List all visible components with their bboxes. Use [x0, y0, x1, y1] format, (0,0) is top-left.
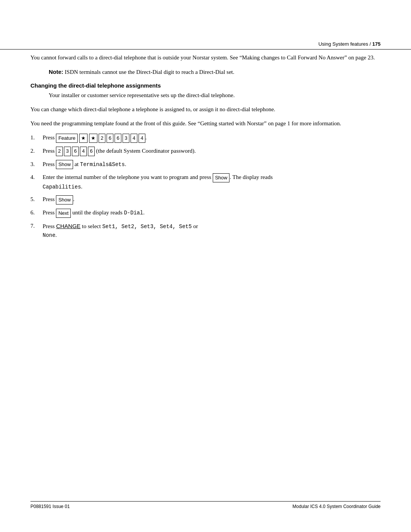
key-2: 2: [99, 134, 105, 143]
step-3-content: Press Show at Terminals&Sets.: [43, 160, 381, 169]
main-content: You cannot forward calls to a direct-dia…: [30, 53, 381, 244]
terminals-sets-display: Terminals&Sets: [80, 161, 125, 168]
step-7-num: 7.: [30, 222, 43, 230]
show-key-3: Show: [56, 160, 73, 169]
step-5: 5. Press Show.: [30, 195, 381, 204]
key-6d: 6: [88, 147, 94, 156]
key-4c: 4: [80, 147, 86, 156]
step-1-num: 1.: [30, 133, 43, 142]
show-key-4: Show: [213, 173, 230, 182]
step-7-content: Press CHANGE to select Set1, Set2, Set3,…: [43, 222, 381, 240]
step-4: 4. Enter the internal number of the tele…: [30, 173, 381, 191]
key-4a: 4: [131, 134, 137, 143]
step-1-content: Press Feature ★ ★ 2 6 6 3 4 4.: [43, 133, 381, 143]
note-paragraph: Note: ISDN terminals cannot use the Dire…: [30, 67, 381, 77]
change-label: CHANGE: [56, 223, 80, 229]
header-text: Using System features / 175: [30, 41, 381, 47]
key-star-2: ★: [89, 134, 97, 143]
key-2a: 2: [56, 147, 62, 156]
step-5-num: 5.: [30, 195, 43, 204]
key-3a: 3: [64, 147, 70, 156]
page-header: Using System features / 175: [0, 41, 411, 50]
footer-right: Modular ICS 4.0 System Coordinator Guide: [293, 504, 381, 509]
header-page-number: 175: [372, 41, 381, 47]
key-6b: 6: [115, 134, 121, 143]
step-3: 3. Press Show at Terminals&Sets.: [30, 160, 381, 169]
section-para-1: Your installer or customer service repre…: [30, 91, 381, 100]
d-dial-display: D-Dial: [124, 210, 143, 216]
show-key-5: Show: [56, 195, 73, 204]
section-heading: Changing the direct-dial telephone assig…: [30, 82, 381, 89]
key-4b: 4: [139, 134, 145, 143]
step-7: 7. Press CHANGE to select Set1, Set2, Se…: [30, 222, 381, 240]
step-6-num: 6.: [30, 208, 43, 217]
next-key: Next: [56, 209, 71, 218]
step-2-content: Press 2 3 6 4 6 (the default System Coor…: [43, 147, 381, 156]
section-para-2: You can change which direct-dial telepho…: [30, 105, 381, 114]
capabilities-display: Capabilities: [43, 184, 81, 190]
step-6-content: Press Next until the display reads D-Dia…: [43, 208, 381, 218]
header-section-label: Using System features /: [319, 41, 373, 47]
page-footer: P0881591 Issue 01 Modular ICS 4.0 System…: [30, 501, 381, 509]
key-star-1: ★: [79, 134, 88, 143]
step-1: 1. Press Feature ★ ★ 2 6 6 3 4 4.: [30, 133, 381, 143]
steps-list: 1. Press Feature ★ ★ 2 6 6 3 4 4. 2. Pre…: [30, 133, 381, 240]
step-3-num: 3.: [30, 160, 43, 169]
step-2-num: 2.: [30, 147, 43, 155]
section-para-3: You need the programming template found …: [30, 119, 381, 128]
key-6a: 6: [107, 134, 113, 143]
step-6: 6. Press Next until the display reads D-…: [30, 208, 381, 218]
step-4-content: Enter the internal number of the telepho…: [43, 173, 381, 191]
set-options-display: Set1, Set2, Set3, Set4, Set5: [102, 224, 192, 230]
step-4-num: 4.: [30, 173, 43, 182]
page: Using System features / 175 You cannot f…: [0, 0, 411, 532]
note-label: Note:: [49, 69, 63, 75]
feature-key: Feature: [56, 134, 78, 143]
step-5-content: Press Show.: [43, 195, 381, 204]
none-display: None: [43, 232, 56, 238]
footer-left: P0881591 Issue 01: [30, 504, 70, 509]
step-2: 2. Press 2 3 6 4 6 (the default System C…: [30, 147, 381, 156]
key-3: 3: [123, 134, 129, 143]
intro-paragraph: You cannot forward calls to a direct-dia…: [30, 53, 381, 62]
key-6c: 6: [72, 147, 78, 156]
note-text: ISDN terminals cannot use the Direct-Dia…: [63, 69, 234, 75]
